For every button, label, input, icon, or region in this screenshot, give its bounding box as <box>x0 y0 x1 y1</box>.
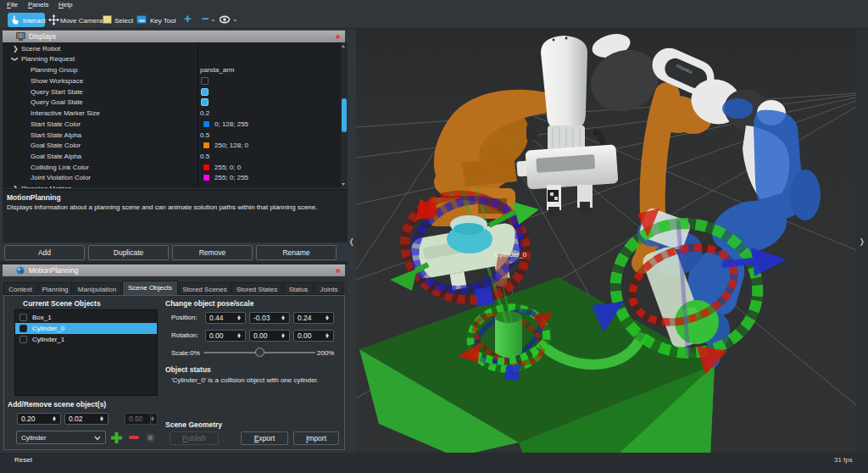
svg-text:Cylinder_0: Cylinder_0 <box>494 251 527 259</box>
